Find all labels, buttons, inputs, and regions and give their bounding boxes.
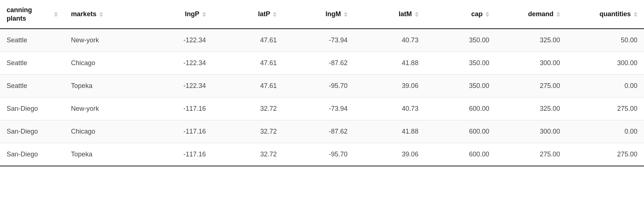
table-body: SeattleNew-york-122.3447.61-73.9440.7335… <box>0 29 644 166</box>
cell-demand: 300.00 <box>496 120 567 143</box>
cell-cap: 350.00 <box>425 29 496 52</box>
cell-canning-plants: San-Diego <box>0 143 64 166</box>
cell-lngM: -73.94 <box>283 98 354 120</box>
column-header-label: lngM <box>325 10 341 18</box>
cell-lngM: -87.62 <box>283 120 354 143</box>
cell-cap: 600.00 <box>425 143 496 166</box>
cell-latM: 41.88 <box>354 52 425 75</box>
cell-markets: Chicago <box>64 120 142 143</box>
column-header-label: demand <box>528 10 554 18</box>
table-row: San-DiegoChicago-117.1632.72-87.6241.886… <box>0 120 644 143</box>
cell-lngM: -95.70 <box>283 75 354 98</box>
cell-lngM: -95.70 <box>283 143 354 166</box>
cell-latP: 47.61 <box>213 75 284 98</box>
table-row: SeattleNew-york-122.3447.61-73.9440.7335… <box>0 29 644 52</box>
sort-icon[interactable] <box>556 12 560 17</box>
cell-lngP: -122.34 <box>142 29 213 52</box>
table-row: SeattleTopeka-122.3447.61-95.7039.06350.… <box>0 75 644 98</box>
data-table: canning plantsmarketslngPlatPlngMlatMcap… <box>0 0 644 166</box>
column-header-label: cap <box>471 10 483 18</box>
column-header-label: quantities <box>599 10 631 18</box>
cell-canning-plants: Seattle <box>0 52 64 75</box>
column-header-label: latM <box>399 10 412 18</box>
cell-markets: New-york <box>64 29 142 52</box>
sort-icon[interactable] <box>485 12 489 17</box>
cell-latM: 40.73 <box>354 98 425 120</box>
column-header-latP[interactable]: latP <box>213 0 284 29</box>
cell-lngP: -117.16 <box>142 143 213 166</box>
column-header-label: markets <box>71 10 96 18</box>
column-header-lngP[interactable]: lngP <box>142 0 213 29</box>
sort-icon[interactable] <box>273 12 277 17</box>
cell-cap: 350.00 <box>425 52 496 75</box>
cell-lngM: -87.62 <box>283 52 354 75</box>
column-header-cap[interactable]: cap <box>425 0 496 29</box>
cell-cap: 350.00 <box>425 75 496 98</box>
cell-canning-plants: San-Diego <box>0 98 64 120</box>
cell-latP: 32.72 <box>213 98 284 120</box>
cell-quantities: 0.00 <box>567 120 644 143</box>
cell-demand: 275.00 <box>496 75 567 98</box>
cell-demand: 275.00 <box>496 143 567 166</box>
table-row: San-DiegoTopeka-117.1632.72-95.7039.0660… <box>0 143 644 166</box>
sort-icon[interactable] <box>634 12 637 17</box>
cell-latP: 32.72 <box>213 143 284 166</box>
column-header-lngM[interactable]: lngM <box>283 0 354 29</box>
cell-cap: 600.00 <box>425 120 496 143</box>
cell-canning-plants: Seattle <box>0 29 64 52</box>
column-header-latM[interactable]: latM <box>354 0 425 29</box>
cell-canning-plants: San-Diego <box>0 120 64 143</box>
cell-demand: 325.00 <box>496 98 567 120</box>
cell-markets: New-york <box>64 98 142 120</box>
cell-lngP: -117.16 <box>142 120 213 143</box>
cell-lngP: -117.16 <box>142 98 213 120</box>
cell-latM: 41.88 <box>354 120 425 143</box>
cell-quantities: 300.00 <box>567 52 644 75</box>
column-header-label: lngP <box>185 10 199 18</box>
cell-demand: 300.00 <box>496 52 567 75</box>
cell-markets: Chicago <box>64 52 142 75</box>
cell-latM: 39.06 <box>354 143 425 166</box>
table-row: San-DiegoNew-york-117.1632.72-73.9440.73… <box>0 98 644 120</box>
cell-latM: 40.73 <box>354 29 425 52</box>
sort-icon[interactable] <box>99 12 103 17</box>
cell-latM: 39.06 <box>354 75 425 98</box>
cell-lngM: -73.94 <box>283 29 354 52</box>
cell-canning-plants: Seattle <box>0 75 64 98</box>
cell-latP: 47.61 <box>213 29 284 52</box>
cell-markets: Topeka <box>64 75 142 98</box>
cell-quantities: 275.00 <box>567 98 644 120</box>
cell-latP: 32.72 <box>213 120 284 143</box>
cell-lngP: -122.34 <box>142 52 213 75</box>
column-header-demand[interactable]: demand <box>496 0 567 29</box>
table-row: SeattleChicago-122.3447.61-87.6241.88350… <box>0 52 644 75</box>
sort-icon[interactable] <box>202 12 206 17</box>
sort-icon[interactable] <box>54 12 58 17</box>
cell-quantities: 0.00 <box>567 75 644 98</box>
cell-demand: 325.00 <box>496 29 567 52</box>
cell-quantities: 275.00 <box>567 143 644 166</box>
cell-latP: 47.61 <box>213 52 284 75</box>
column-header-label: canning plants <box>7 6 51 22</box>
column-header-quantities[interactable]: quantities <box>567 0 644 29</box>
sort-icon[interactable] <box>344 12 348 17</box>
sort-icon[interactable] <box>415 12 419 17</box>
cell-cap: 600.00 <box>425 98 496 120</box>
cell-quantities: 50.00 <box>567 29 644 52</box>
column-header-canning-plants[interactable]: canning plants <box>0 0 64 29</box>
column-header-markets[interactable]: markets <box>64 0 142 29</box>
cell-markets: Topeka <box>64 143 142 166</box>
cell-lngP: -122.34 <box>142 75 213 98</box>
table-header: canning plantsmarketslngPlatPlngMlatMcap… <box>0 0 644 29</box>
column-header-label: latP <box>258 10 270 18</box>
